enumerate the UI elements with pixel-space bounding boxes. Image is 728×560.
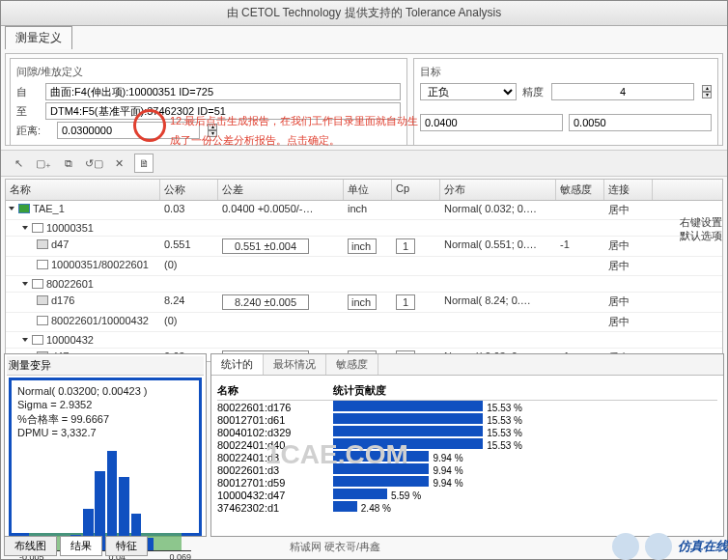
table-row[interactable]: d1768.248.240 ±0.005inch1Normal( 8.24; 0… <box>6 293 722 313</box>
stat-yield: %合格率 = 99.6667 <box>17 412 193 426</box>
contrib-row: 37462302:d12.48 % <box>217 501 717 514</box>
contrib-row: 80022601:d17615.53 % <box>217 401 717 413</box>
col-nominal: 公称 <box>160 180 218 200</box>
precision-label: 精度 <box>522 85 546 99</box>
subtab-worstcase[interactable]: 最坏情况 <box>264 354 326 375</box>
col-connect: 连接 <box>604 180 653 200</box>
target-val2-input[interactable] <box>569 114 712 131</box>
col-distribution: 分布 <box>440 180 556 200</box>
col-unit: 单位 <box>344 180 392 200</box>
badges: 仿真在线 <box>612 533 728 560</box>
target-title: 目标 <box>420 63 712 81</box>
report-icon[interactable]: 🗎 <box>134 154 154 173</box>
table-row[interactable]: 10000351/80022601(0)居中 <box>6 257 722 276</box>
pointer-icon[interactable]: ↖ <box>9 154 28 173</box>
footer-credit: 精诚网 硬衣哥/冉鑫 <box>290 540 380 554</box>
table-header: 名称 公称 公差 单位 Cp 分布 敏感度 连接 <box>5 179 723 201</box>
contrib-col-value: 统计贡献度 <box>333 383 717 398</box>
from-input[interactable] <box>45 83 401 100</box>
contribution-panel: 统计的 最坏情况 敏感度 名称 统计贡献度 80022601:d17615.53… <box>210 353 724 537</box>
window-title: 由 CETOL Technology 提供支持的 Tolerance Analy… <box>1 1 727 26</box>
col-cp: Cp <box>392 180 440 200</box>
variance-panel: 测量变异 Normal( 0.03200; 0.00423 ) Sigma = … <box>4 353 207 537</box>
table-row[interactable]: 80022601 <box>6 276 722 293</box>
badge-text: 仿真在线 <box>678 538 728 555</box>
table-row[interactable]: TAE_10.030.0400 +0.0050/-…inchNormal( 0.… <box>6 201 722 220</box>
link-icon[interactable]: ⧉ <box>59 154 78 173</box>
contrib-row: 80022401:d4015.53 % <box>217 438 717 451</box>
col-tolerance: 公差 <box>218 180 344 200</box>
revert-icon[interactable]: ↺▢ <box>84 154 103 173</box>
to-label: 至 <box>16 104 40 119</box>
contrib-col-name: 名称 <box>217 383 333 398</box>
footer-tab-layout[interactable]: 布线图 <box>4 536 57 556</box>
table-body[interactable]: TAE_10.030.0400 +0.0050/-…inchNormal( 0.… <box>5 201 723 362</box>
distance-label: 距离: <box>16 124 51 138</box>
table-row[interactable]: 10000432 <box>6 332 722 349</box>
contrib-row: 10000432:d475.59 % <box>217 489 717 501</box>
toolbar: ↖ ▢₊ ⧉ ↺▢ ✕ 🗎 <box>1 150 727 177</box>
target-type-select[interactable]: 正负 <box>420 83 517 100</box>
contrib-row: 80012701:d599.94 % <box>217 476 717 489</box>
footer-tab-feature[interactable]: 特征 <box>105 536 148 556</box>
col-name: 名称 <box>6 180 160 200</box>
stat-sigma: Sigma = 2.9352 <box>17 398 193 411</box>
stat-dpmu: DPMU = 3,332.7 <box>17 426 193 439</box>
contrib-row: 80012701:d6115.53 % <box>217 413 717 426</box>
table-row[interactable]: d470.5510.551 ±0.004inch1Normal( 0.551; … <box>6 237 722 257</box>
add-box-icon[interactable]: ▢₊ <box>34 154 53 173</box>
variance-title: 测量变异 <box>7 356 204 376</box>
gap-title: 间隙/堆放定义 <box>16 63 401 81</box>
gap-definition-panel: 间隙/堆放定义 自 至 距离: ▴▾ <box>10 58 407 146</box>
subtab-statistical[interactable]: 统计的 <box>211 354 264 375</box>
contrib-row: 80040102:d32915.53 % <box>217 426 717 438</box>
table-row[interactable]: 10000351 <box>6 220 722 237</box>
col-sensitivity: 敏感度 <box>556 180 604 200</box>
precision-input[interactable] <box>551 83 694 100</box>
footer-tab-result[interactable]: 结果 <box>60 536 102 556</box>
table-row[interactable]: 80022601/10000432(0)居中 <box>6 313 722 332</box>
delete-icon[interactable]: ✕ <box>109 154 128 173</box>
tab-measurement-def[interactable]: 测量定义 <box>5 26 72 49</box>
from-label: 自 <box>16 85 40 99</box>
to-input[interactable] <box>45 102 401 120</box>
contrib-row: 80022601:d39.94 % <box>217 463 717 476</box>
contrib-row: 80022401:d39.94 % <box>217 451 717 463</box>
distance-input[interactable] <box>57 122 200 139</box>
side-note: 右键设置默认选项 <box>680 215 722 243</box>
precision-spinner[interactable]: ▴▾ <box>702 85 712 98</box>
stat-normal: Normal( 0.03200; 0.00423 ) <box>17 384 193 398</box>
target-panel: 目标 正负 精度 ▴▾ <box>413 58 718 146</box>
subtab-sensitivity[interactable]: 敏感度 <box>326 354 378 375</box>
target-val1-input[interactable] <box>420 114 563 131</box>
distance-spinner[interactable]: ▴▾ <box>208 124 217 137</box>
